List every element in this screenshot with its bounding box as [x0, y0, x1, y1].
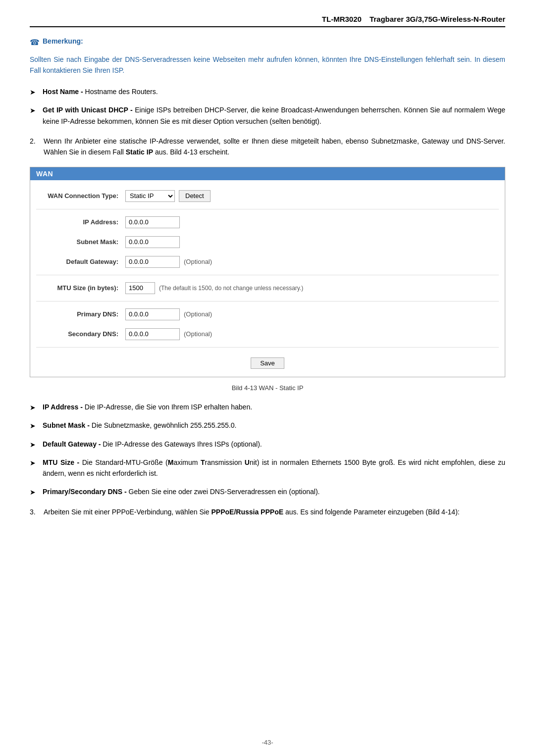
bullet-arrow-icon: ➤	[30, 457, 38, 468]
bullet-content: Subnet Mask - Die Subnetzmaske, gewöhnli…	[43, 420, 505, 431]
bullet-arrow-icon: ➤	[30, 439, 38, 450]
primary-dns-row: Primary DNS: (Optional)	[36, 307, 499, 321]
wan-divider-2	[36, 275, 499, 275]
detect-button[interactable]: Detect	[179, 190, 211, 202]
para-content: Wenn Ihr Anbieter eine statische IP-Adre…	[44, 136, 505, 158]
list-item: ➤ MTU Size - Die Standard-MTU-Größe (Max…	[30, 457, 505, 479]
wan-box: WAN WAN Connection Type: Static IP Detec…	[30, 167, 505, 377]
bullet-arrow-icon: ➤	[30, 105, 38, 116]
mtu-hint: (The default is 1500, do not change unle…	[159, 285, 303, 292]
bullet-bold: Primary/Secondary DNS -	[43, 488, 127, 496]
wan-box-title: WAN	[30, 167, 505, 180]
subnet-mask-input[interactable]	[125, 236, 180, 248]
page-number: -43-	[262, 739, 273, 746]
ip-address-value	[125, 216, 180, 228]
bullet-bold: IP Address -	[43, 403, 83, 411]
wan-divider	[36, 209, 499, 209]
bullet-list-2: ➤ IP Address - Die IP-Adresse, die Sie v…	[30, 402, 505, 498]
bullet-content: IP Address - Die IP-Adresse, die Sie von…	[43, 402, 505, 412]
static-ip-label: Static IP	[126, 148, 153, 156]
wan-connection-type-value: Static IP Detect	[125, 190, 211, 202]
list-item: ➤ Primary/Secondary DNS - Geben Sie eine…	[30, 486, 505, 498]
secondary-dns-input[interactable]	[125, 328, 180, 340]
default-gateway-row: Default Gateway: (Optional)	[36, 255, 499, 269]
primary-dns-input[interactable]	[125, 308, 180, 320]
para-number: 3.	[30, 506, 44, 517]
wan-divider-4	[36, 347, 499, 348]
save-button[interactable]: Save	[251, 357, 284, 369]
default-gateway-input[interactable]	[125, 256, 180, 268]
secondary-dns-row: Secondary DNS: (Optional)	[36, 327, 499, 341]
note-block: ☎ Bemerkung:	[30, 37, 505, 47]
note-label: Bemerkung:	[43, 37, 83, 45]
primary-dns-label: Primary DNS:	[36, 310, 125, 318]
numbered-para-2: 2. Wenn Ihr Anbieter eine statische IP-A…	[30, 136, 505, 158]
secondary-dns-label: Secondary DNS:	[36, 330, 125, 338]
wan-divider-3	[36, 301, 499, 302]
bullet-content: Host Name - Hostname des Routers.	[43, 86, 505, 97]
bullet-arrow-icon: ➤	[30, 402, 38, 413]
subnet-mask-row: Subnet Mask:	[36, 235, 499, 249]
bullet-list-1: ➤ Host Name - Hostname des Routers. ➤ Ge…	[30, 86, 505, 127]
bullet-bold: Get IP with Unicast DHCP -	[43, 106, 133, 114]
ip-address-label: IP Address:	[36, 218, 125, 226]
bullet-arrow-icon: ➤	[30, 487, 38, 498]
figure-caption: Bild 4-13 WAN - Static IP	[30, 384, 505, 392]
subnet-mask-label: Subnet Mask:	[36, 238, 125, 246]
list-item: ➤ Default Gateway - Die IP-Adresse des G…	[30, 439, 505, 450]
numbered-para-3: 3. Arbeiten Sie mit einer PPPoE-Verbindu…	[30, 506, 505, 517]
note-icon: ☎	[30, 38, 40, 47]
bullet-content: Primary/Secondary DNS - Geben Sie eine o…	[43, 486, 505, 497]
secondary-dns-optional: (Optional)	[184, 330, 212, 338]
bullet-content: Default Gateway - Die IP-Adresse des Gat…	[43, 439, 505, 450]
mtu-bold-t: T	[201, 458, 205, 466]
default-gateway-label: Default Gateway:	[36, 258, 125, 265]
list-item: ➤ Get IP with Unicast DHCP - Einige ISPs…	[30, 104, 505, 127]
wan-box-body: WAN Connection Type: Static IP Detect IP…	[30, 180, 505, 377]
subnet-mask-value	[125, 236, 180, 248]
header-model: TL-MR3020	[322, 15, 362, 23]
page-footer: -43-	[30, 739, 505, 746]
wan-connection-type-select[interactable]: Static IP	[125, 190, 175, 202]
mtu-size-row: MTU Size (in bytes): (The default is 150…	[36, 281, 499, 295]
mtu-input[interactable]	[125, 282, 155, 294]
ip-address-input[interactable]	[125, 216, 180, 228]
header-bar: TL-MR3020 Tragbarer 3G/3,75G-Wireless-N-…	[30, 15, 505, 27]
secondary-dns-value: (Optional)	[125, 328, 212, 340]
bullet-content: Get IP with Unicast DHCP - Einige ISPs b…	[43, 104, 505, 127]
mtu-size-value: (The default is 1500, do not change unle…	[125, 282, 303, 294]
bullet-bold: Host Name -	[43, 88, 83, 96]
ip-address-row: IP Address:	[36, 215, 499, 229]
wan-connection-type-row: WAN Connection Type: Static IP Detect	[36, 189, 499, 203]
primary-dns-optional: (Optional)	[184, 310, 212, 318]
default-gateway-optional: (Optional)	[184, 258, 212, 265]
bullet-content: MTU Size - Die Standard-MTU-Größe (Maxim…	[43, 457, 505, 479]
default-gateway-value: (Optional)	[125, 256, 212, 268]
wan-save-row: Save	[36, 353, 499, 371]
wan-connection-type-label: WAN Connection Type:	[36, 192, 125, 200]
bullet-bold: MTU Size -	[43, 458, 79, 466]
para-content: Arbeiten Sie mit einer PPPoE-Verbindung,…	[44, 506, 505, 517]
bullet-bold: Default Gateway -	[43, 440, 101, 448]
bullet-arrow-icon: ➤	[30, 87, 38, 98]
primary-dns-value: (Optional)	[125, 308, 212, 320]
mtu-size-label: MTU Size (in bytes):	[36, 284, 125, 292]
para-number: 2.	[30, 136, 44, 147]
mtu-bold-m: M	[168, 458, 174, 466]
bullet-bold: Subnet Mask -	[43, 421, 90, 429]
list-item: ➤ Host Name - Hostname des Routers.	[30, 86, 505, 98]
pppoe-label: PPPoE/Russia PPPoE	[212, 508, 284, 516]
note-text: Sollten Sie nach Eingabe der DNS-Servera…	[30, 54, 505, 76]
list-item: ➤ Subnet Mask - Die Subnetzmaske, gewöhn…	[30, 420, 505, 431]
bullet-arrow-icon: ➤	[30, 420, 38, 431]
mtu-bold-u: U	[245, 458, 250, 466]
header-description: Tragbarer 3G/3,75G-Wireless-N-Router	[370, 15, 505, 23]
list-item: ➤ IP Address - Die IP-Adresse, die Sie v…	[30, 402, 505, 413]
